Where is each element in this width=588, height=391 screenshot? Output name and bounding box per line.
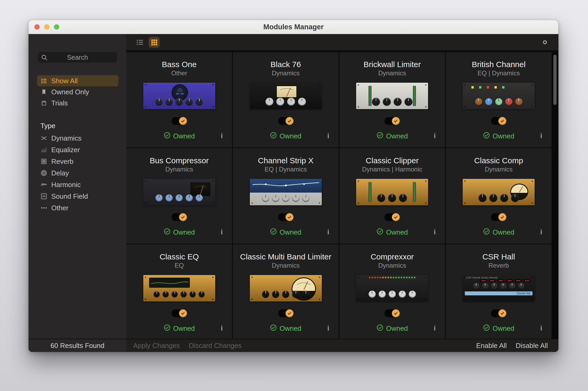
toggle-check-icon (179, 309, 187, 317)
module-category: Dynamics | Harmonic (362, 166, 422, 173)
sidebar-type-sound-field[interactable]: Sound Field (37, 190, 118, 202)
sidebar-type-harmonic[interactable]: Harmonic (37, 179, 118, 190)
owned-label: Owned (386, 324, 408, 333)
module-image (250, 275, 322, 301)
equalizer-icon (40, 146, 47, 153)
toggle-check-icon (392, 213, 400, 221)
module-image (463, 83, 535, 109)
sidebar-type-delay[interactable]: Delay (37, 167, 118, 179)
toggle-check-icon (286, 213, 293, 221)
info-button[interactable]: i (433, 132, 436, 140)
module-card-british-channel: British ChannelEQ | DynamicsOwnedi (446, 52, 552, 147)
type-label: Reverb (51, 157, 74, 166)
module-card-csr-hall: CSR HallReverbClassik HallCSR Classik St… (446, 244, 552, 339)
content: Show AllOwned OnlyTrials Type DynamicsEq… (29, 34, 558, 339)
disable-all-button[interactable]: Disable All (516, 342, 548, 350)
module-title: Classic Clipper (366, 156, 419, 165)
owned-label: Owned (279, 132, 301, 140)
scrollbar-track[interactable] (552, 52, 558, 339)
owned-check-icon (376, 228, 383, 237)
owned-check-icon (483, 324, 490, 333)
module-enable-toggle[interactable] (384, 309, 400, 317)
module-enable-toggle[interactable] (491, 309, 506, 317)
module-card-classic-multi-band-limiter: Classic Multi Band LimiterDynamicsOwnedi (233, 244, 339, 339)
module-category: EQ | Dynamics (265, 166, 307, 173)
info-button[interactable]: i (540, 228, 543, 236)
module-image: Classik HallCSR Classik Studio Reverb (463, 275, 535, 301)
info-button[interactable]: i (540, 324, 543, 332)
info-button[interactable]: i (433, 228, 436, 236)
module-image (356, 179, 428, 205)
list-check-icon (40, 77, 47, 84)
enable-all-button[interactable]: Enable All (476, 342, 507, 350)
module-card-classic-clipper: Classic ClipperDynamics | HarmonicOwnedi (339, 148, 445, 244)
module-enable-toggle[interactable] (491, 117, 506, 125)
sidebar-filter-trials[interactable]: Trials (37, 97, 118, 109)
discard-changes-button[interactable]: Discard Changes (189, 342, 241, 350)
module-image (463, 179, 535, 205)
sidebar-type-dynamics[interactable]: Dynamics (37, 132, 118, 144)
toggle-check-icon (498, 213, 506, 221)
soundfield-icon (40, 193, 47, 200)
info-button[interactable]: i (433, 324, 436, 332)
info-button[interactable]: i (327, 228, 330, 236)
sidebar-type-equalizer[interactable]: Equalizer (37, 144, 118, 156)
owned-status: Ownedi (339, 228, 445, 237)
harmonic-icon (40, 181, 47, 188)
owned-check-icon (164, 324, 171, 333)
sidebar-type-reverb[interactable]: Reverb (37, 156, 118, 167)
toggle-check-icon (179, 213, 187, 221)
module-enable-toggle[interactable] (384, 213, 400, 221)
apply-changes-button[interactable]: Apply Changes (133, 342, 180, 350)
info-button[interactable]: i (327, 324, 330, 332)
owned-label: Owned (386, 132, 408, 140)
minimize-button[interactable] (44, 24, 49, 30)
module-enable-toggle[interactable] (278, 309, 293, 317)
type-label: Equalizer (51, 146, 80, 154)
list-view-button[interactable] (134, 37, 145, 48)
grid-view-button[interactable] (149, 37, 160, 48)
module-enable-toggle[interactable] (491, 213, 506, 221)
close-button[interactable] (34, 24, 40, 30)
owned-status: Ownedi (126, 132, 232, 141)
sidebar-filter-show-all[interactable]: Show All (37, 75, 118, 86)
owned-check-icon (164, 132, 171, 141)
info-button[interactable]: i (221, 228, 223, 236)
info-button[interactable]: i (221, 132, 223, 140)
type-label: Other (51, 204, 68, 212)
module-category: Other (171, 69, 187, 77)
module-title: Black 76 (270, 60, 301, 69)
zoom-button[interactable] (54, 24, 59, 30)
toggle-check-icon (392, 117, 400, 125)
dynamics-icon (40, 135, 47, 142)
module-enable-toggle[interactable] (172, 309, 187, 317)
owned-check-icon (376, 324, 383, 333)
module-card-bass-one: Bass OneOtherOwnedi (126, 52, 232, 147)
module-image (250, 83, 322, 109)
info-button[interactable]: i (540, 132, 543, 140)
module-enable-toggle[interactable] (384, 117, 400, 125)
module-image (143, 275, 215, 301)
module-enable-toggle[interactable] (172, 117, 187, 125)
module-enable-toggle[interactable] (172, 213, 187, 221)
settings-button[interactable] (539, 37, 550, 48)
sidebar-filter-owned-only[interactable]: Owned Only (37, 86, 118, 97)
filter-label: Owned Only (51, 88, 89, 96)
info-button[interactable]: i (327, 132, 330, 140)
other-icon (40, 204, 47, 211)
search-input[interactable] (38, 52, 117, 63)
owned-status: Ownedi (233, 228, 339, 237)
owned-label: Owned (493, 132, 514, 140)
info-button[interactable]: i (221, 324, 223, 332)
sidebar-type-other[interactable]: Other (37, 202, 118, 214)
window-title: Modules Manager (263, 23, 324, 31)
module-enable-toggle[interactable] (278, 117, 293, 125)
scrollbar-thumb[interactable] (553, 55, 557, 105)
module-image (250, 179, 322, 205)
main-area: Bass OneOtherOwnediBlack 76DynamicsOwned… (126, 34, 558, 339)
module-title: CSR Hall (482, 252, 515, 261)
module-enable-toggle[interactable] (278, 213, 293, 221)
module-category: Dynamics (165, 166, 193, 173)
owned-status: Ownedi (339, 132, 445, 141)
toggle-check-icon (179, 117, 187, 125)
